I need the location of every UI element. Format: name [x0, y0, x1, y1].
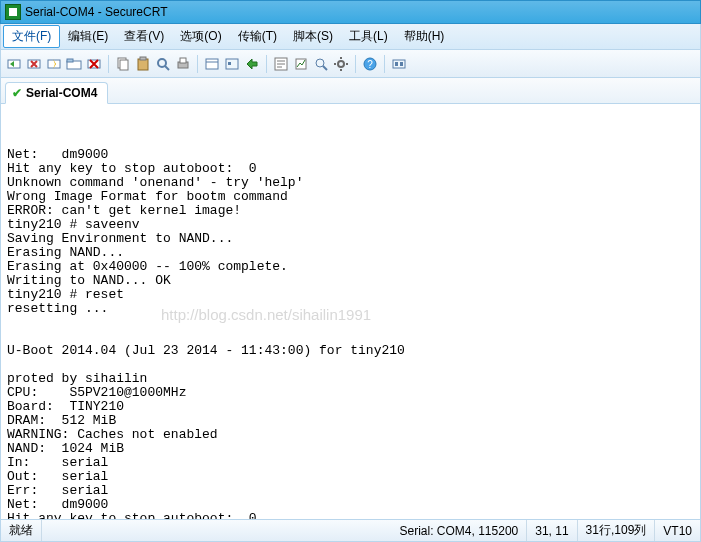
svg-rect-14: [180, 58, 186, 63]
svg-rect-9: [138, 59, 148, 70]
menu-help[interactable]: 帮助(H): [396, 26, 453, 47]
trace-icon[interactable]: [292, 55, 310, 73]
toolbar-separator: [108, 55, 109, 73]
menu-script[interactable]: 脚本(S): [285, 26, 341, 47]
svg-rect-35: [400, 62, 403, 66]
paste-icon[interactable]: [134, 55, 152, 73]
status-cursor-pos: 31, 11: [527, 520, 577, 541]
global-options-icon[interactable]: [223, 55, 241, 73]
session-options-icon[interactable]: [203, 55, 221, 73]
help-icon[interactable]: ?: [361, 55, 379, 73]
title-bar: Serial-COM4 - SecureCRT: [0, 0, 701, 24]
toolbar-separator: [355, 55, 356, 73]
svg-rect-18: [228, 62, 231, 65]
svg-text:?: ?: [367, 59, 373, 70]
status-ready: 就绪: [1, 520, 42, 541]
svg-line-25: [323, 66, 327, 70]
button-bar-icon[interactable]: [390, 55, 408, 73]
svg-point-26: [338, 61, 344, 67]
settings-icon[interactable]: [332, 55, 350, 73]
svg-point-11: [158, 59, 166, 67]
toolbar-separator: [197, 55, 198, 73]
svg-rect-10: [140, 57, 146, 60]
reconnect-icon[interactable]: [5, 55, 23, 73]
svg-rect-17: [226, 59, 238, 69]
zoom-icon[interactable]: [312, 55, 330, 73]
app-icon: [5, 4, 21, 20]
status-bar: 就绪 Serial: COM4, 115200 31, 11 31行,109列 …: [0, 520, 701, 542]
svg-line-12: [165, 66, 169, 70]
menu-file[interactable]: 文件(F): [3, 25, 60, 48]
tab-serial-com4[interactable]: ✔ Serial-COM4: [5, 82, 108, 104]
svg-rect-15: [206, 59, 218, 69]
status-connection: Serial: COM4, 115200: [392, 520, 528, 541]
print-icon[interactable]: [174, 55, 192, 73]
quick-connect-icon[interactable]: [45, 55, 63, 73]
toolbar-separator: [384, 55, 385, 73]
find-icon[interactable]: [154, 55, 172, 73]
toolbar-separator: [266, 55, 267, 73]
svg-rect-8: [120, 60, 128, 70]
status-emulation: VT10: [655, 520, 700, 541]
copy-icon[interactable]: [114, 55, 132, 73]
disconnect-icon[interactable]: [25, 55, 43, 73]
svg-rect-34: [395, 62, 398, 66]
menu-bar: 文件(F) 编辑(E) 查看(V) 选项(O) 传输(T) 脚本(S) 工具(L…: [0, 24, 701, 50]
menu-transfer[interactable]: 传输(T): [230, 26, 285, 47]
menu-edit[interactable]: 编辑(E): [60, 26, 116, 47]
menu-view[interactable]: 查看(V): [116, 26, 172, 47]
window-title: Serial-COM4 - SecureCRT: [25, 5, 167, 19]
keyword-hl-icon[interactable]: [272, 55, 290, 73]
connected-check-icon: ✔: [12, 86, 22, 100]
tab-strip: ✔ Serial-COM4: [0, 78, 701, 104]
menu-tools[interactable]: 工具(L): [341, 26, 396, 47]
svg-rect-5: [67, 59, 73, 62]
tab-label: Serial-COM4: [26, 86, 97, 100]
svg-rect-33: [393, 60, 405, 68]
terminal-output[interactable]: http://blog.csdn.net/sihailin1991 Net: d…: [0, 104, 701, 520]
delete-session-icon[interactable]: [85, 55, 103, 73]
connect-in-tab-icon[interactable]: [65, 55, 83, 73]
toolbar: ?: [0, 50, 701, 78]
sftp-icon[interactable]: [243, 55, 261, 73]
menu-options[interactable]: 选项(O): [172, 26, 229, 47]
terminal-lines: Net: dm9000 Hit any key to stop autoboot…: [7, 148, 694, 520]
status-size: 31行,109列: [578, 520, 656, 541]
svg-point-24: [316, 59, 324, 67]
